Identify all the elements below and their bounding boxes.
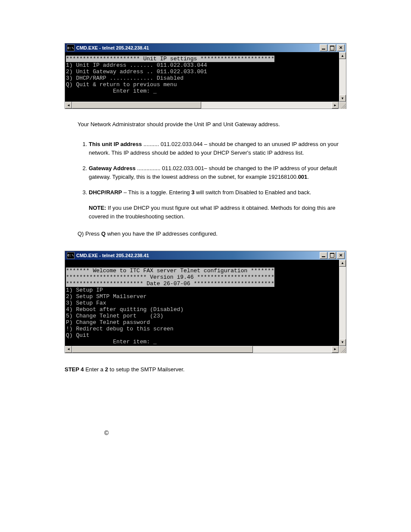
scroll-up-icon[interactable]: ▲ [339,260,346,267]
instruction-item-q: Q) Press Q when you have the IP addresse… [78,230,346,238]
instruction-item-3: DHCP/RARP – This is a toggle. Entering 3… [89,188,346,197]
terminal-window-ip-settings: C:\ CMD.EXE - telnet 205.242.238.41 ✕ **… [65,43,346,109]
maximize-button[interactable] [328,252,336,259]
scroll-down-icon[interactable]: ▼ [339,95,346,102]
instruction-item-2: Gateway Address ............... 011.022.… [89,164,346,181]
terminal-output: ********************** Unit IP settings … [65,52,339,102]
maximize-button[interactable] [328,44,336,51]
scroll-left-icon[interactable]: ◄ [65,346,72,353]
scroll-right-icon[interactable]: ► [332,102,339,109]
horizontal-scrollbar[interactable]: ◄ ► [65,346,346,353]
resize-grip-icon[interactable] [339,102,346,109]
scroll-left-icon[interactable]: ◄ [65,102,72,109]
instruction-list: This unit IP address .......... 011.022.… [78,140,346,197]
scroll-right-icon[interactable]: ► [332,346,339,353]
minimize-button[interactable] [320,44,327,51]
titlebar: C:\ CMD.EXE - telnet 205.242.238.41 ✕ [65,251,346,260]
minimize-button[interactable] [320,252,327,259]
terminal-output: ******* Welcome to ITC FAX server Telnet… [65,260,339,346]
window-title: CMD.EXE - telnet 205.242.238.41 [76,45,149,50]
svg-line-2 [345,108,346,109]
terminal-window-main-menu: C:\ CMD.EXE - telnet 205.242.238.41 ✕ **… [65,251,346,353]
close-button[interactable]: ✕ [337,44,345,51]
close-button[interactable]: ✕ [337,252,345,259]
instruction-item-1: This unit IP address .......... 011.022.… [89,140,346,157]
note-block: NOTE: If you use DHCP you must figure ou… [89,204,346,221]
intro-text: Your Network Administrator should provid… [78,120,346,129]
svg-line-5 [345,352,346,353]
scroll-up-icon[interactable]: ▲ [339,52,346,59]
window-title: CMD.EXE - telnet 205.242.238.41 [76,253,149,258]
vertical-scrollbar[interactable]: ▲ ▼ [339,260,346,346]
scroll-down-icon[interactable]: ▼ [339,339,346,346]
cmd-icon: C:\ [67,252,75,259]
vertical-scrollbar[interactable]: ▲ ▼ [339,52,346,102]
horizontal-scrollbar[interactable]: ◄ ► [65,102,346,109]
resize-grip-icon[interactable] [339,346,346,353]
step-4: STEP 4 Enter a 2 to setup the SMTP Mails… [65,365,346,374]
cmd-icon: C:\ [67,44,75,51]
copyright: © [65,429,346,436]
titlebar: C:\ CMD.EXE - telnet 205.242.238.41 ✕ [65,44,346,52]
